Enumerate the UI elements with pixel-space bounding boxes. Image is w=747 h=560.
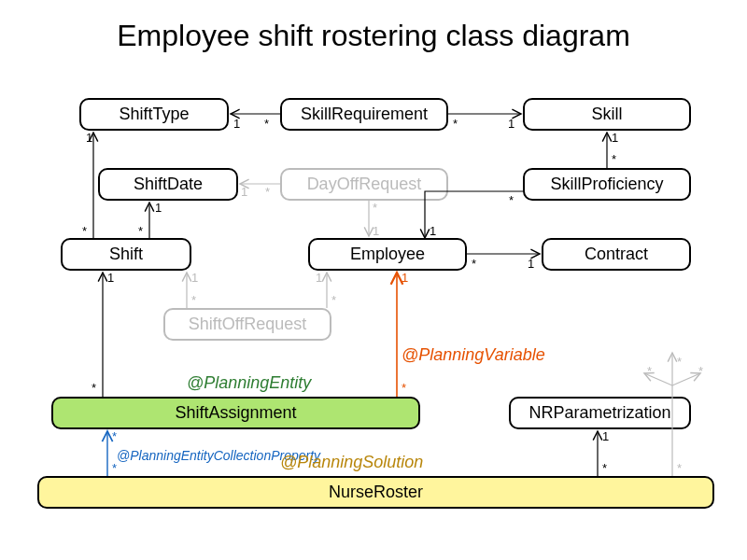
mult: * [677,355,682,369]
mult: * [373,201,377,215]
mult: 1 [155,201,162,215]
mult: * [138,224,143,238]
class-contract: Contract [542,238,691,271]
mult: 1 [241,185,247,199]
class-shifttype: ShiftType [79,98,229,131]
mult: * [698,364,703,378]
class-shift: Shift [61,238,191,271]
mult: 1 [316,271,322,285]
annotation-planning-solution: @PlanningSolution [280,453,423,472]
class-dayoffrequest: DayOffRequest [280,168,448,201]
mult: 1 [602,429,609,443]
mult: * [509,193,514,207]
mult: * [612,152,616,166]
mult: 1 [508,117,514,131]
class-skill: Skill [523,98,691,131]
class-shiftdate: ShiftDate [98,168,238,201]
class-shiftassignment: ShiftAssignment [51,397,420,429]
mult: * [453,117,458,131]
class-nrparametrization: NRParametrization [509,397,691,429]
mult: * [92,381,96,395]
mult: 1 [528,257,534,271]
mult: * [602,461,607,475]
mult: * [82,224,87,238]
mult: 1 [612,131,618,145]
mult: * [112,429,117,443]
mult: * [112,461,117,475]
class-shiftoffrequest: ShiftOffRequest [163,308,331,341]
mult: 1 [86,131,92,145]
mult: * [331,293,336,307]
class-skillrequirement: SkillRequirement [280,98,448,131]
mult: * [265,185,270,199]
mult: * [677,461,682,475]
diagram-title: Employee shift rostering class diagram [0,19,747,53]
class-skillproficiency: SkillProficiency [523,168,691,201]
mult: * [472,257,476,271]
mult: 1 [191,271,198,285]
mult: 1 [430,224,436,238]
mult: * [191,293,196,307]
mult: 1 [107,271,114,285]
mult: * [402,381,406,395]
mult: * [264,117,269,131]
mult: 1 [233,117,240,131]
mult: * [647,364,652,378]
mult: 1 [373,224,379,238]
class-employee: Employee [308,238,467,271]
svg-line-16 [672,373,700,385]
annotation-planning-entity: @PlanningEntity [187,373,311,393]
class-nurseroster: NurseRoster [37,476,714,509]
annotation-planning-variable: @PlanningVariable [402,345,545,365]
mult: 1 [402,271,408,285]
